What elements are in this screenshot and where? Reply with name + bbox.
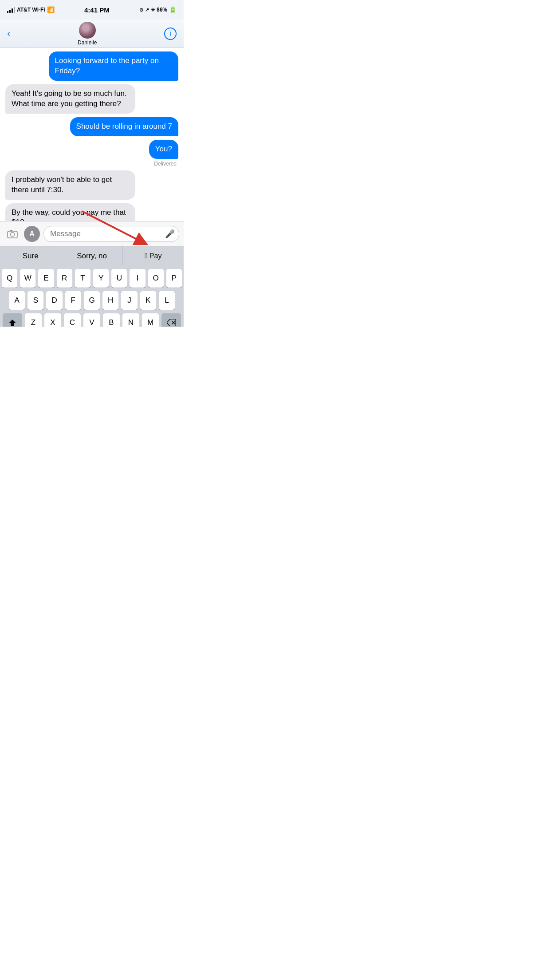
backspace-key[interactable] (161, 313, 181, 327)
key-e[interactable]: E (38, 269, 54, 288)
message-row: Looking forward to the party on Friday? (5, 51, 178, 81)
nav-bar: ‹ Danielle i (0, 20, 184, 48)
message-text: By the way, could you pay me that $1? (12, 208, 126, 221)
status-bar: AT&T Wi-Fi 📶 4:41 PM ⊙ ↗ ✳ 86% 🔋 (0, 0, 184, 20)
key-i[interactable]: I (130, 269, 145, 288)
key-s[interactable]: S (28, 291, 43, 310)
shift-key[interactable] (3, 313, 22, 327)
key-t[interactable]: T (75, 269, 91, 288)
apple-logo-icon:  (145, 251, 148, 261)
message-text: I probably won't be able to get there un… (12, 175, 112, 194)
message-bubble-sent: Looking forward to the party on Friday? (49, 51, 179, 81)
key-o[interactable]: O (148, 269, 164, 288)
messages-area: Looking forward to the party on Friday? … (0, 48, 184, 221)
key-y[interactable]: Y (93, 269, 109, 288)
message-bubble-received: By the way, could you pay me that $1? (5, 203, 135, 221)
message-row: Should be rolling in around 7 (5, 117, 178, 136)
apps-button[interactable]: A (24, 226, 40, 242)
svg-point-1 (11, 232, 15, 236)
key-c[interactable]: C (64, 313, 81, 327)
message-row: I probably won't be able to get there un… (5, 170, 178, 200)
keyboard: Q W E R T Y U I O P A S D F G H J K L Z … (0, 265, 184, 327)
bluetooth-icon: ✳ (151, 7, 155, 13)
key-l[interactable]: L (159, 291, 175, 310)
message-input[interactable] (43, 226, 179, 242)
avatar-image (79, 22, 96, 39)
quicktype-sorry[interactable]: Sorry, no (61, 246, 122, 265)
mic-icon: 🎤 (165, 229, 175, 239)
delivered-label: Delivered (5, 161, 178, 167)
input-bar: A 🎤 (0, 221, 184, 246)
key-d[interactable]: D (46, 291, 62, 310)
info-button[interactable]: i (164, 28, 177, 40)
key-w[interactable]: W (20, 269, 35, 288)
key-j[interactable]: J (121, 291, 137, 310)
status-left: AT&T Wi-Fi 📶 (7, 6, 55, 13)
key-x[interactable]: X (44, 313, 61, 327)
quicktype-sure-label: Sure (23, 252, 39, 261)
message-input-wrapper[interactable]: 🎤 (43, 226, 179, 242)
message-row: You? (5, 140, 178, 159)
key-u[interactable]: U (111, 269, 127, 288)
quicktype-bar: Sure Sorry, no  Pay (0, 246, 184, 265)
status-time: 4:41 PM (84, 6, 110, 14)
svg-rect-2 (10, 230, 12, 231)
key-g[interactable]: G (84, 291, 100, 310)
apple-pay-label: Pay (150, 252, 162, 260)
key-b[interactable]: B (103, 313, 120, 327)
key-m[interactable]: M (142, 313, 159, 327)
back-button[interactable]: ‹ (7, 28, 10, 40)
message-text: Yeah! It's going to be so much fun. What… (12, 89, 127, 108)
battery-label: 86% (157, 7, 167, 13)
contact-name: Danielle (78, 40, 97, 46)
quicktype-applepay[interactable]:  Pay (123, 246, 184, 265)
message-text: Looking forward to the party on Friday? (55, 56, 159, 75)
message-bubble-received: I probably won't be able to get there un… (5, 170, 135, 200)
apple-pay-suggestion:  Pay (145, 251, 161, 261)
key-r[interactable]: R (57, 269, 72, 288)
key-f[interactable]: F (65, 291, 81, 310)
key-k[interactable]: K (140, 291, 156, 310)
camera-button[interactable] (4, 226, 20, 242)
arrow-icon: ↗ (145, 7, 149, 13)
message-bubble-sent: You? (149, 140, 178, 159)
wifi-icon: 📶 (47, 6, 55, 13)
quicktype-sure[interactable]: Sure (0, 246, 61, 265)
key-row-3: Z X C V B N M (2, 313, 182, 327)
avatar (79, 22, 96, 39)
status-right: ⊙ ↗ ✳ 86% 🔋 (139, 6, 177, 13)
message-text: You? (155, 145, 172, 153)
key-z[interactable]: Z (25, 313, 42, 327)
battery-icon: 🔋 (169, 6, 177, 13)
contact-info[interactable]: Danielle (78, 22, 97, 46)
carrier-label: AT&T Wi-Fi (17, 7, 45, 13)
key-row-2: A S D F G H J K L (2, 291, 182, 310)
quicktype-sorry-label: Sorry, no (77, 252, 107, 261)
signal-icon (7, 7, 15, 13)
key-n[interactable]: N (122, 313, 139, 327)
info-icon: i (169, 30, 171, 38)
message-row: Yeah! It's going to be so much fun. What… (5, 84, 178, 114)
key-a[interactable]: A (9, 291, 25, 310)
key-v[interactable]: V (83, 313, 100, 327)
message-bubble-sent: Should be rolling in around 7 (70, 117, 178, 136)
key-q[interactable]: Q (2, 269, 17, 288)
key-p[interactable]: P (166, 269, 182, 288)
message-bubble-received: Yeah! It's going to be so much fun. What… (5, 84, 135, 114)
message-text: Should be rolling in around 7 (76, 122, 172, 130)
message-row: By the way, could you pay me that $1? (5, 203, 178, 221)
location-icon: ⊙ (139, 7, 143, 13)
key-h[interactable]: H (102, 291, 118, 310)
key-row-1: Q W E R T Y U I O P (2, 269, 182, 288)
